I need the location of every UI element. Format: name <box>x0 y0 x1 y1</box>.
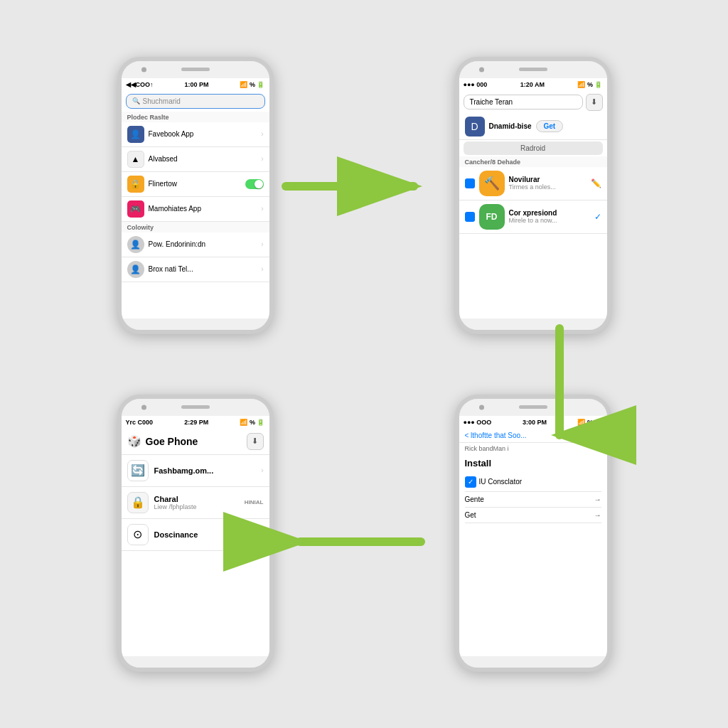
list-item-toggle[interactable]: 🔒 Flinertow <box>122 172 269 197</box>
app-item-2[interactable]: FD Cor xpresiond Mirele to a now... ✓ <box>459 200 607 234</box>
community-name-1: Pow. Endorinin:dn <box>149 240 206 248</box>
top-app-row[interactable]: D Dnamid-bise Get <box>459 114 607 140</box>
inst-name-2: Charal <box>154 495 239 503</box>
get-button[interactable]: Get <box>536 120 564 132</box>
app-name-1: Novilurar <box>509 176 587 183</box>
app-icon-novilurar: 🔨 <box>479 171 505 196</box>
community-name-2: Brox nati Tel... <box>149 265 193 273</box>
status-bar-2: ●●● 000 1:20 AM 📶 % 🔋 <box>459 78 607 91</box>
phone3-screen: ●●● OOO 3:00 PM 📶 % 🔋 < lthoftte that So… <box>459 416 607 656</box>
phone4-header: 🎲 Goe Phone ⬇ <box>122 429 269 455</box>
checkbox-consclator[interactable]: ✓ <box>465 476 476 488</box>
top-app-icon: D <box>465 117 485 136</box>
download-button-4[interactable]: ⬇ <box>247 433 264 450</box>
phone2-top <box>459 61 607 78</box>
section-label-2: Colowity <box>122 222 269 232</box>
phone2-screen: ●●● 000 1:20 AM 📶 % 🔋 Traiche Teran ⬇ D … <box>459 78 607 318</box>
app-item-1[interactable]: 🔨 Novilurar Tirmes a noles... ✏️ <box>459 167 607 200</box>
cell-phone1: ◀◀COO↑ 1:00 PM 📶 % 🔋 🔍 Shuchmarid Plodec… <box>37 37 353 353</box>
install-name-2: Gente <box>465 496 484 503</box>
inst-info-2: Charal Liew /fphplaste <box>154 495 239 510</box>
time-3: 3:00 PM <box>523 419 547 426</box>
install-name-1: IU Consclator <box>479 478 523 486</box>
search-placeholder: Shuchmarid <box>143 97 181 105</box>
list-item-app[interactable]: 🎮 Mamohiates App › <box>122 197 269 222</box>
inst-info-3: Doscinance <box>154 530 264 539</box>
list-item-drive[interactable]: ▲ Alvabsed › <box>122 147 269 172</box>
arrow-gente: → <box>594 496 601 503</box>
list-item-community2[interactable]: 👤 Brox nati Tel... › <box>122 257 269 282</box>
back-button[interactable]: < lthoftte that Soo... <box>465 432 527 439</box>
install-item-1[interactable]: ✓ IU Consclator <box>465 473 601 492</box>
charal-icon: 🔒 <box>127 492 149 513</box>
download-button[interactable]: ⬇ <box>586 94 603 111</box>
item-name-2: Alvabsed <box>149 155 178 163</box>
status-left-2: ●●● 000 <box>464 81 488 88</box>
phone3-top <box>459 399 607 416</box>
avatar-2: 👤 <box>127 261 144 278</box>
install-item-3[interactable]: Get → <box>465 508 601 523</box>
inst-sub-2: Liew /fphplaste <box>154 503 239 510</box>
install-name-3: Get <box>465 511 476 519</box>
goe-phone-title: Goe Phone <box>146 436 198 447</box>
inst-name-3: Doscinance <box>154 530 264 539</box>
pencil-icon[interactable]: ✏️ <box>591 178 601 188</box>
chevron-inst-1: › <box>261 466 263 474</box>
phone-3: ●●● OOO 3:00 PM 📶 % 🔋 < lthoftte that So… <box>455 395 611 672</box>
camera-dot-2 <box>479 67 484 72</box>
phone4-screen: Yrc C000 2:29 PM 📶 % 🔋 🎲 Goe Phone ⬇ 🔄 F… <box>122 416 269 656</box>
section-label-apps: Cancher/8 Dehade <box>459 156 607 167</box>
main-grid: ◀◀COO↑ 1:00 PM 📶 % 🔋 🔍 Shuchmarid Plodec… <box>23 23 705 705</box>
status-left-3: ●●● OOO <box>464 419 492 426</box>
status-right-1: 📶 % 🔋 <box>240 81 264 88</box>
install-item-2[interactable]: Gente → <box>465 492 601 508</box>
installed-item-1[interactable]: 🔄 Fashbamg.om... › <box>122 455 269 487</box>
search-input-2[interactable]: Traiche Teran <box>464 95 583 109</box>
arrow-get: → <box>594 511 601 519</box>
speaker-4 <box>181 405 210 409</box>
cell-phone4: Yrc C000 2:29 PM 📶 % 🔋 🎲 Goe Phone ⬇ 🔄 F… <box>37 375 353 691</box>
app-icon: 🎮 <box>127 200 144 218</box>
blue-badge-1 <box>465 178 475 188</box>
phone3-bottom <box>459 656 607 668</box>
chevron-2: › <box>261 155 263 163</box>
goe-phone-icon: 🎲 <box>127 434 141 448</box>
item-name-1: Favebook App <box>149 130 194 138</box>
time-1: 1:00 PM <box>184 81 208 88</box>
cell-phone2: ●●● 000 1:20 AM 📶 % 🔋 Traiche Teran ⬇ D … <box>375 37 691 353</box>
camera-dot-4 <box>141 405 146 410</box>
list-item-facebook[interactable]: 👤 Favebook App › <box>122 122 269 147</box>
phone2-bottom <box>459 318 607 330</box>
inst-info-1: Fashbamg.om... <box>154 466 256 475</box>
app-info-2: Cor xpresiond Mirele to a now... <box>509 209 590 224</box>
chevron-4: › <box>261 205 263 213</box>
installed-item-2[interactable]: 🔒 Charal Liew /fphplaste HINIAL <box>122 487 269 519</box>
fashbamg-icon: 🔄 <box>127 460 149 481</box>
app-info-1: Novilurar Tirmes a noles... <box>509 176 587 191</box>
status-right-2: 📶 % 🔋 <box>577 81 602 88</box>
chevron-c1: › <box>261 240 263 248</box>
check-icon[interactable]: ✓ <box>594 212 601 222</box>
lock-icon: 🔒 <box>127 176 144 193</box>
sub-title-3: Rick bandMan i <box>459 443 607 454</box>
search-bar-1[interactable]: 🔍 Shuchmarid <box>126 94 265 109</box>
toggle-switch[interactable] <box>245 179 264 189</box>
speaker-2 <box>519 68 547 71</box>
time-2: 1:20 AM <box>520 81 545 88</box>
phone-2: ●●● 000 1:20 AM 📶 % 🔋 Traiche Teran ⬇ D … <box>455 57 611 334</box>
facebook-icon: 👤 <box>127 126 144 143</box>
hinial-badge: HINIAL <box>245 499 264 505</box>
phone4-bottom <box>122 656 269 668</box>
section-label-1: Plodec Raslte <box>122 112 269 122</box>
radroid-bar: Radroid <box>464 141 603 155</box>
phone1-screen: ◀◀COO↑ 1:00 PM 📶 % 🔋 🔍 Shuchmarid Plodec… <box>122 78 269 318</box>
camera-dot-3 <box>479 405 484 410</box>
item-name-4: Mamohiates App <box>149 205 202 213</box>
app-sub-1: Tirmes a noles... <box>509 183 587 191</box>
phone-1: ◀◀COO↑ 1:00 PM 📶 % 🔋 🔍 Shuchmarid Plodec… <box>117 57 274 334</box>
drive-icon: ▲ <box>127 151 144 168</box>
installed-item-3[interactable]: ⊙ Doscinance <box>122 519 269 551</box>
list-item-community1[interactable]: 👤 Pow. Endorinin:dn › <box>122 232 269 257</box>
phone4-top <box>122 399 269 416</box>
status-right-3: 📶 % 🔋 <box>577 419 602 426</box>
